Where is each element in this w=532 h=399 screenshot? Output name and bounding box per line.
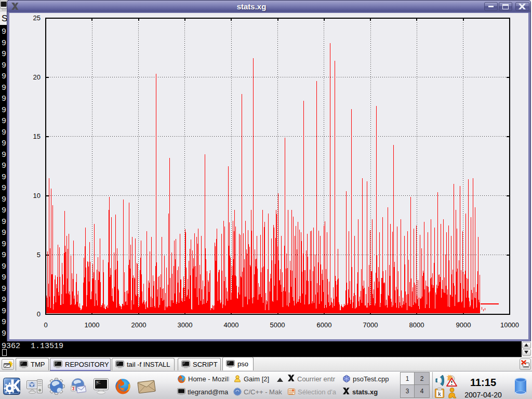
svg-text:>_: >_ [96,380,101,384]
svg-text:3: 3 [72,386,75,391]
svg-text:k: k [438,391,441,397]
